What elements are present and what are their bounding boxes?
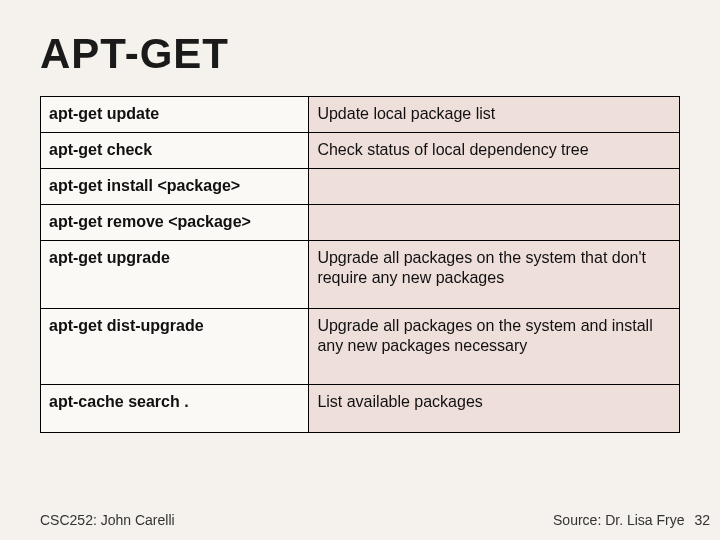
footer-source: Source: Dr. Lisa Frye [553, 512, 685, 528]
footer: CSC252: John Carelli Source: Dr. Lisa Fr… [40, 512, 710, 528]
description-cell: Check status of local dependency tree [309, 133, 680, 169]
table-row: apt-get install <package> [41, 169, 680, 205]
table-row: apt-get dist-upgrade Upgrade all package… [41, 309, 680, 385]
slide: APT-GET apt-get update Update local pack… [0, 0, 720, 540]
description-cell: Upgrade all packages on the system and i… [309, 309, 680, 385]
description-cell: Upgrade all packages on the system that … [309, 241, 680, 309]
table-row: apt-get upgrade Upgrade all packages on … [41, 241, 680, 309]
command-cell: apt-get remove <package> [41, 205, 309, 241]
description-cell: Update local package list [309, 97, 680, 133]
table-row: apt-get check Check status of local depe… [41, 133, 680, 169]
command-cell: apt-get install <package> [41, 169, 309, 205]
table-row: apt-get remove <package> [41, 205, 680, 241]
description-cell [309, 205, 680, 241]
command-cell: apt-get upgrade [41, 241, 309, 309]
command-cell: apt-get check [41, 133, 309, 169]
table-row: apt-get update Update local package list [41, 97, 680, 133]
command-cell: apt-get update [41, 97, 309, 133]
page-title: APT-GET [40, 30, 680, 78]
table-row: apt-cache search . List available packag… [41, 385, 680, 433]
footer-left: CSC252: John Carelli [40, 512, 175, 528]
description-cell: List available packages [309, 385, 680, 433]
description-cell [309, 169, 680, 205]
footer-right: Source: Dr. Lisa Frye 32 [553, 512, 710, 528]
command-cell: apt-cache search . [41, 385, 309, 433]
page-number: 32 [694, 512, 710, 528]
command-table: apt-get update Update local package list… [40, 96, 680, 433]
command-cell: apt-get dist-upgrade [41, 309, 309, 385]
